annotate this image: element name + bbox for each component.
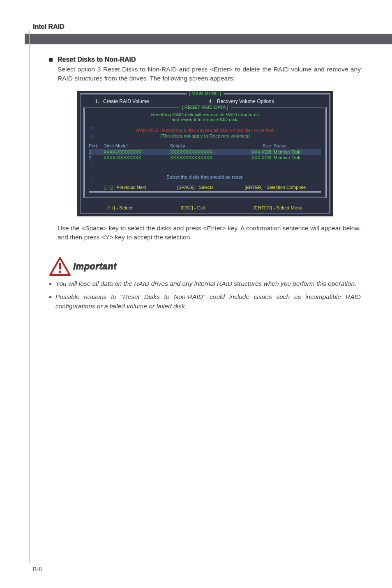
bottom-menu: [ENTER] - Select Menu: [254, 205, 303, 210]
reset-line-2: and revert it to a non-RAID disk.: [89, 117, 321, 122]
note-2: Possible reasons to "Reset Disks to Non-…: [55, 292, 361, 311]
col-port: Port: [89, 143, 104, 148]
select-instruction: Select the disks that should be reset.: [89, 175, 321, 179]
section-heading: Reset Disks to Non-RAID: [58, 56, 361, 63]
reset-line-3: (This does not apply to Recovery volumes…: [89, 133, 321, 138]
col-model: Drive Model: [104, 143, 170, 148]
cell-model: XXXX-XXXXXXXX: [104, 155, 170, 160]
col-size: Size: [247, 143, 274, 148]
reset-line-1: Resetting RAID disk will remove its RAID…: [89, 112, 321, 117]
post-instruction: Use the <Space> key to select the disks …: [58, 224, 361, 242]
svg-point-2: [59, 271, 61, 273]
important-label: Important: [73, 261, 117, 272]
cell-status: Member Disk: [274, 149, 321, 154]
left-margin-rule: [29, 30, 30, 563]
svg-rect-1: [59, 263, 61, 269]
cell-status: Member Disk: [274, 155, 321, 160]
section-bullet-icon: [49, 58, 53, 62]
note-bullet-icon: [49, 296, 51, 298]
menu-item-4-num: 4.: [209, 99, 217, 104]
hint-enter: [ENTER] - Selection Complete: [244, 185, 306, 190]
cell-serial: XXXXXXXXXXXXXX: [170, 149, 247, 154]
bottom-esc: [ESC] - Exit: [181, 205, 205, 210]
disk-row: 2 XXXX-XXXXXXXX XXXXXXXXXXXXXX XXX.XGB M…: [89, 155, 321, 161]
header-bar: [25, 34, 392, 44]
cell-serial: XXXXXXXXXXXXXX: [170, 155, 247, 160]
main-menu-label: [ MAIN MENU ]: [187, 91, 224, 96]
cell-size: XXX.XGB: [247, 149, 274, 154]
hint-prev-next: [ ↑↓] - Previous/ Next: [104, 185, 146, 190]
note-1: You will lose all data on the RAID drive…: [55, 279, 356, 288]
menu-item-1: Create RAID Volume: [103, 99, 149, 104]
note-bullet-icon: [49, 283, 51, 285]
hint-space: [SPACE] - Selects: [177, 185, 213, 190]
disk-row-selected: 1 XXXX-XXXXXXXX XXXXXXXXXXXXXX XXX.XGB M…: [89, 149, 321, 155]
page-header: Intel RAID: [33, 23, 366, 30]
page-number: B-8: [33, 566, 42, 572]
reset-panel-label: [ RESET RAID DATA ]: [179, 105, 231, 110]
reset-warning: WARNING : Resetting a disk causes all da…: [89, 128, 321, 133]
cell-port: 1: [89, 149, 104, 154]
menu-item-4: Recovery Volume Options: [217, 99, 274, 104]
section-intro: Select option 3 Reset Disks to Non-RAID …: [58, 65, 361, 83]
col-status: Status: [274, 143, 321, 148]
bios-screenshot: [ MAIN MENU ] 1.Create RAID Volume 4.Rec…: [77, 91, 333, 216]
warning-triangle-icon: [49, 257, 71, 276]
cell-size: XXX.XGB: [247, 155, 274, 160]
menu-item-1-num: 1.: [95, 99, 103, 104]
bottom-select: [↑↓] - Select: [108, 205, 132, 210]
col-serial: Serial #: [170, 143, 247, 148]
cell-model: XXXX-XXXXXXXX: [104, 149, 170, 154]
